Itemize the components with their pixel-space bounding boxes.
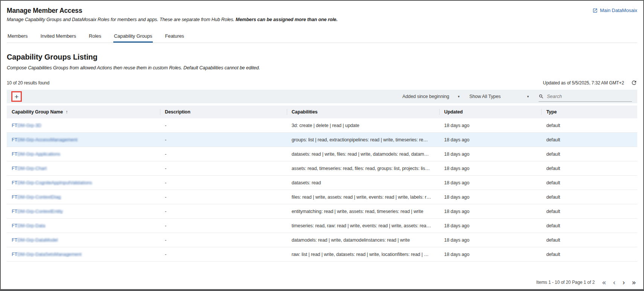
- cell-type: default: [541, 223, 637, 228]
- tab-roles[interactable]: Roles: [88, 30, 102, 43]
- chevron-down-icon: ▾: [527, 95, 529, 98]
- name-redacted-text: DM-Grp-DataSetsManagement: [17, 252, 81, 257]
- cell-description: -: [160, 152, 287, 157]
- cell-updated: 18 days ago: [439, 237, 541, 243]
- cell-updated: 18 days ago: [439, 137, 541, 142]
- cell-description: -: [160, 166, 287, 171]
- cell-capabilities: timeseries: read, raw: read | write, eve…: [287, 223, 439, 228]
- capability-group-link[interactable]: FTDM-Grp-AccessManagement: [12, 137, 78, 142]
- name-visible-prefix: FT: [12, 237, 17, 243]
- name-visible-prefix: FT: [12, 152, 17, 157]
- name-visible-prefix: FT: [12, 209, 17, 214]
- cell-capability-group-name: FTDM-Grp-Applications: [7, 152, 160, 157]
- cell-capabilities: entitymatching: read | write, assets: re…: [287, 209, 439, 214]
- sort-ascending-icon: ↑: [65, 109, 68, 115]
- column-header-label: Type: [546, 109, 557, 115]
- type-filter[interactable]: Show All Types ▾: [469, 94, 529, 99]
- next-page-icon[interactable]: ›: [623, 279, 625, 286]
- previous-page-icon[interactable]: ‹: [613, 279, 615, 286]
- tab-bar: MembersInvited MembersRolesCapability Gr…: [7, 30, 637, 43]
- cell-type: default: [541, 209, 637, 214]
- cell-capabilities: datasets: read | write, files: read | wr…: [287, 152, 439, 157]
- cell-type: default: [541, 152, 637, 157]
- cell-description: -: [160, 137, 287, 142]
- name-redacted-text: DM-Grp-Data: [17, 223, 45, 228]
- cell-updated: 18 days ago: [439, 252, 541, 257]
- cell-type: default: [541, 166, 637, 171]
- cell-description: -: [160, 252, 287, 257]
- name-visible-prefix: FT: [12, 252, 17, 257]
- cell-capability-group-name: FTDM-Grp-DataModel: [7, 237, 160, 243]
- cell-description: -: [160, 195, 287, 200]
- table-row: FTDM-Grp-DataModel-datamodels: read | wr…: [7, 233, 637, 247]
- tab-invited-members[interactable]: Invited Members: [40, 30, 77, 43]
- column-header-type[interactable]: Type: [541, 106, 637, 118]
- add-capability-group-button[interactable]: +: [11, 91, 22, 102]
- pagination-items-text: Items 1 - 10 of 20 Page 1 of 2: [536, 280, 595, 285]
- name-visible-prefix: FT: [12, 166, 17, 171]
- cell-capability-group-name: FTDM-Grp-AccessManagement: [7, 137, 160, 142]
- name-visible-prefix: FT: [12, 195, 17, 200]
- name-redacted-text: DM-Grp-Chart: [17, 166, 47, 171]
- table-header: Capability Group Name↑DescriptionCapabil…: [7, 106, 637, 118]
- column-header-description[interactable]: Description: [160, 106, 287, 118]
- cell-updated: 18 days ago: [439, 209, 541, 214]
- capability-group-link[interactable]: FTDM-Grp-ContextEntity: [12, 209, 63, 214]
- refresh-button[interactable]: [631, 80, 637, 86]
- cell-type: default: [541, 237, 637, 243]
- tab-features[interactable]: Features: [164, 30, 185, 43]
- cell-capabilities: files: read | write, assets: read | writ…: [287, 195, 439, 200]
- table-row: FTDM-Grp-3D-3d: create | delete | read |…: [7, 118, 637, 133]
- last-page-icon[interactable]: »: [632, 279, 636, 286]
- name-redacted-text: DM-Grp-3D: [17, 123, 41, 128]
- capability-group-link[interactable]: FTDM-Grp-Applications: [12, 152, 60, 157]
- cell-updated: 18 days ago: [439, 223, 541, 228]
- refresh-icon: [631, 80, 637, 86]
- cell-updated: 18 days ago: [439, 152, 541, 157]
- table-body: FTDM-Grp-3D-3d: create | delete | read |…: [7, 118, 637, 262]
- table-row: FTDM-Grp-Chart-assets: read, timeseries:…: [7, 161, 637, 176]
- tab-members[interactable]: Members: [7, 30, 28, 43]
- capability-group-link[interactable]: FTDM-Grp-CogniteAppInputValidations: [12, 180, 92, 185]
- capability-group-link[interactable]: FTDM-Grp-ContextDiag: [12, 195, 61, 200]
- table-row: FTDM-Grp-DataSetsManagement-raw: list | …: [7, 247, 637, 262]
- cell-capability-group-name: FTDM-Grp-ContextEntity: [7, 209, 160, 214]
- cell-capabilities: raw: list | read | write, datasets: read…: [287, 252, 439, 257]
- cell-capability-group-name: FTDM-Grp-ContextDiag: [7, 195, 160, 200]
- first-page-icon[interactable]: «: [602, 279, 606, 286]
- added-since-filter[interactable]: Added since beginning ▾: [402, 94, 460, 99]
- cell-type: default: [541, 123, 637, 128]
- page-header: Manage Member Access Main DataMosaix: [7, 1, 637, 15]
- cell-capabilities: datamodels: read | write, datamodelinsta…: [287, 237, 439, 243]
- cell-updated: 18 days ago: [439, 180, 541, 185]
- main-datamosaix-link[interactable]: Main DataMosaix: [592, 8, 637, 13]
- column-header-capability-group-name[interactable]: Capability Group Name↑: [7, 106, 160, 118]
- name-redacted-text: DM-Grp-Applications: [17, 152, 60, 157]
- table-row: FTDM-Grp-ContextEntity-entitymatching: r…: [7, 204, 637, 219]
- capability-group-link[interactable]: FTDM-Grp-Data: [12, 223, 45, 228]
- capability-group-link[interactable]: FTDM-Grp-Chart: [12, 166, 47, 171]
- name-redacted-text: DM-Grp-AccessManagement: [17, 137, 78, 142]
- capability-group-link[interactable]: FTDM-Grp-3D: [12, 123, 41, 128]
- table-row: FTDM-Grp-Data-timeseries: read, raw: rea…: [7, 219, 637, 233]
- table-row: FTDM-Grp-ContextDiag-files: read | write…: [7, 190, 637, 204]
- pagination: Items 1 - 10 of 20 Page 1 of 2 « ‹ › »: [7, 279, 637, 286]
- table-row: FTDM-Grp-Applications-datasets: read | w…: [7, 147, 637, 161]
- column-header-updated[interactable]: Updated: [439, 106, 541, 118]
- cell-capabilities: groups: list | read, extractionpipelines…: [287, 137, 439, 142]
- cell-capability-group-name: FTDM-Grp-CogniteAppInputValidations: [7, 180, 160, 185]
- column-header-capabilities[interactable]: Capabilities: [287, 106, 439, 118]
- cell-updated: 18 days ago: [439, 123, 541, 128]
- name-redacted-text: DM-Grp-CogniteAppInputValidations: [17, 180, 92, 185]
- capability-group-link[interactable]: FTDM-Grp-DataSetsManagement: [12, 252, 82, 257]
- listing-description: Compose Capabilities Groups from allowed…: [7, 65, 637, 70]
- cell-type: default: [541, 252, 637, 257]
- tab-capability-groups[interactable]: Capability Groups: [113, 30, 153, 43]
- name-visible-prefix: FT: [12, 223, 17, 228]
- name-redacted-text: DM-Grp-ContextEntity: [17, 209, 63, 214]
- capability-group-link[interactable]: FTDM-Grp-DataModel: [12, 237, 58, 243]
- search-input[interactable]: [547, 94, 632, 99]
- subtitle-regular: Manage Capability Groups and DataMosaix …: [7, 17, 236, 22]
- table-row: FTDM-Grp-AccessManagement-groups: list |…: [7, 133, 637, 147]
- table-toolbar: + Added since beginning ▾ Show All Types…: [7, 90, 637, 103]
